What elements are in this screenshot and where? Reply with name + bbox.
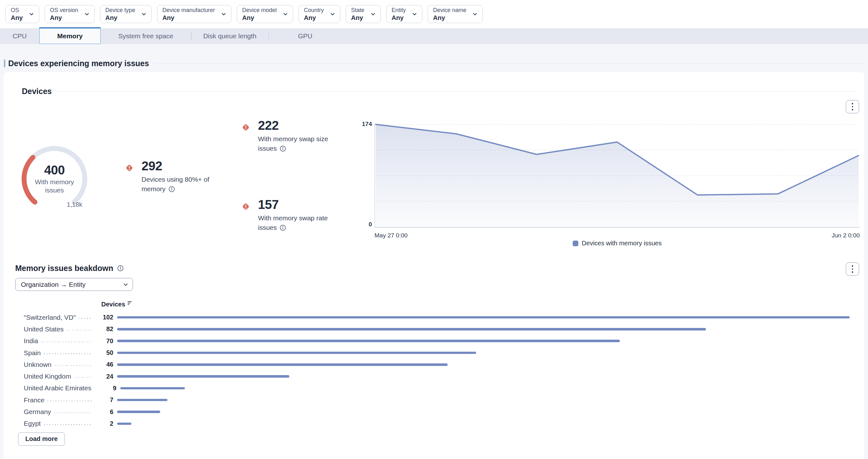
stat-label: With memory swap rate issues <box>258 213 328 232</box>
chevron-down-icon <box>330 11 335 17</box>
breakdown-row-label: Egypt <box>20 420 41 427</box>
filter-chip-device-manufacturer[interactable]: Device manufacturer Any <box>157 5 231 23</box>
dotted-leader <box>67 330 92 331</box>
breakdown-rows: "Switzerland, VD" 102 United States 82 I… <box>20 311 862 430</box>
filter-label: OS version <box>50 7 78 14</box>
breakdown-row: France 7 <box>20 394 862 406</box>
breakdown-row-label: France <box>20 396 44 404</box>
breakdown-row-bar <box>117 352 476 354</box>
breakdown-row-value: 82 <box>96 326 113 333</box>
chevron-down-icon <box>123 282 128 287</box>
breakdown-row: Germany 6 <box>20 406 862 418</box>
breakdown-row: United Kingdom 24 <box>20 370 862 382</box>
breakdown-row-bar <box>117 399 167 401</box>
filter-label: Entity <box>392 7 406 14</box>
filter-chip-os[interactable]: OS Any <box>5 5 39 23</box>
chevron-down-icon <box>283 11 288 17</box>
dotted-leader <box>48 400 92 401</box>
breakdown-row-value: 46 <box>96 361 113 368</box>
filter-chip-device-type[interactable]: Device type Any <box>100 5 152 23</box>
info-icon[interactable] <box>168 186 175 192</box>
stat-block: 157 With memory swap rate issues <box>242 196 328 232</box>
info-icon[interactable] <box>280 145 286 152</box>
breakdown-row-bar <box>117 340 620 342</box>
breakdown-row: "Switzerland, VD" 102 <box>20 311 862 323</box>
filter-label: Country <box>304 7 324 14</box>
warning-icon <box>242 123 250 132</box>
breakdown-row: United States 82 <box>20 323 862 335</box>
info-icon[interactable] <box>280 224 286 231</box>
dotted-leader <box>54 412 92 414</box>
legend-swatch <box>572 241 578 246</box>
stat-block: 292 Devices using 80%+ of memory <box>125 158 212 194</box>
tab-disk-queue-length[interactable]: Disk queue length <box>191 28 269 44</box>
breakdown-row-bar <box>120 387 185 390</box>
breakdown-row: Spain 50 <box>20 347 862 359</box>
grouping-value: Organization → Entity <box>21 281 123 288</box>
tab-system-free-space[interactable]: System free space <box>101 28 191 44</box>
chevron-down-icon <box>472 11 478 17</box>
warning-icon <box>125 164 133 172</box>
stat-value: 222 <box>258 117 328 133</box>
devices-menu-button[interactable] <box>846 100 859 113</box>
breakdown-row-bar <box>117 316 850 319</box>
page-title: Devices experiencing memory issues <box>8 59 149 68</box>
filter-chip-country[interactable]: Country Any <box>299 5 340 23</box>
breakdown-title: Memory issues beakdown <box>15 264 113 273</box>
devices-card: Devices 400 With memory issues 1,18k <box>4 72 864 459</box>
stat-label: With memory swap size issues <box>258 134 328 153</box>
dotted-leader <box>74 377 92 378</box>
filter-chip-device-model[interactable]: Device model Any <box>237 5 293 23</box>
breakdown-row: India 70 <box>20 335 862 347</box>
gauge-value: 400 <box>19 163 90 177</box>
stat-block: 222 With memory swap size issues <box>242 117 328 153</box>
gauge-total: 1,18k <box>67 201 82 208</box>
breakdown-row-value: 102 <box>96 314 113 321</box>
filter-label: OS <box>11 7 19 14</box>
tab-gpu[interactable]: GPU <box>269 28 342 44</box>
content-area: Devices experiencing memory issues Devic… <box>0 44 868 459</box>
breakdown-row-value: 2 <box>96 420 113 427</box>
breakdown-grouping-select[interactable]: Organization → Entity <box>15 278 133 291</box>
filter-value: Any <box>242 14 254 22</box>
tab-cpu[interactable]: CPU <box>0 28 39 44</box>
devices-section-header: Devices <box>22 87 858 96</box>
filter-chip-state[interactable]: State Any <box>346 5 381 23</box>
breakdown-row-label: United Arabic Emirates <box>20 384 92 392</box>
breakdown-row-bar <box>117 375 289 378</box>
x-axis-start-label: May 27 0:00 <box>374 232 408 239</box>
filter-chip-os-version[interactable]: OS version Any <box>44 5 95 23</box>
kebab-icon <box>852 265 854 267</box>
header-divider <box>155 63 864 64</box>
filter-label: Device name <box>433 7 466 14</box>
tab-memory[interactable]: Memory <box>39 27 101 44</box>
load-more-button[interactable]: Load more <box>18 432 65 446</box>
y-axis-max-label: 174 <box>352 121 372 128</box>
kebab-icon <box>852 103 854 104</box>
breakdown-row-label: Germany <box>20 408 51 416</box>
breakdown-row-label: "Switzerland, VD" <box>20 314 76 321</box>
stat-value: 157 <box>258 196 328 213</box>
gauge-label: With memory issues <box>31 178 78 194</box>
dashboard: OS Any OS version Any Device type Any De… <box>0 0 868 459</box>
info-icon[interactable] <box>117 265 124 272</box>
column-header-label: Devices <box>101 301 125 308</box>
dotted-leader <box>44 353 92 354</box>
filter-value: Any <box>50 14 62 22</box>
breakdown-row-label: United Kingdom <box>20 373 71 380</box>
breakdown-row-label: Spain <box>20 349 41 357</box>
breakdown-row-bar <box>117 363 447 366</box>
chevron-down-icon <box>29 11 34 17</box>
filter-chip-entity[interactable]: Entity Any <box>386 5 422 23</box>
breakdown-row-label: India <box>20 337 38 345</box>
memory-issues-gauge: 400 With memory issues 1,18k <box>19 144 90 214</box>
filter-chip-device-name[interactable]: Device name Any <box>428 5 483 23</box>
breakdown-column-header[interactable]: Devices <box>101 301 132 308</box>
breakdown-row: Egypt 2 <box>20 418 862 430</box>
breakdown-row: United Arabic Emirates 9 <box>20 382 862 394</box>
filter-value: Any <box>433 14 445 22</box>
devices-section-title: Devices <box>22 87 52 96</box>
chart-legend: Devices with memory issues <box>374 240 860 247</box>
section-header: Devices experiencing memory issues <box>4 59 864 68</box>
breakdown-menu-button[interactable] <box>846 263 859 276</box>
